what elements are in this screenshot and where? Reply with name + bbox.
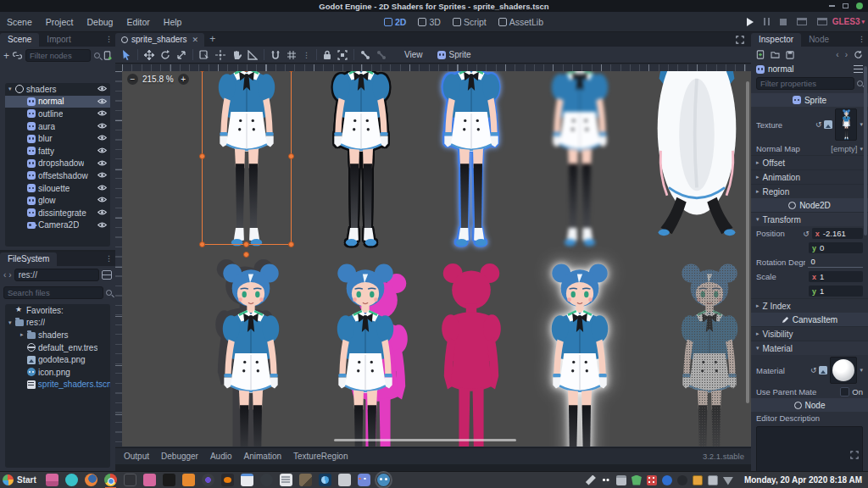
canvas-sprite[interactable] — [321, 262, 409, 446]
scene-tree-node[interactable]: outline — [5, 108, 110, 120]
close-tab-icon[interactable]: ✕ — [192, 36, 199, 44]
menu-editor[interactable]: Editor — [120, 17, 156, 27]
instance-scene-icon[interactable] — [13, 51, 22, 60]
visibility-eye-icon[interactable] — [97, 109, 107, 119]
panel-textureregion[interactable]: TextureRegion — [293, 452, 348, 461]
filter-properties-input[interactable] — [756, 77, 854, 90]
workspace-3d-button[interactable]: 3D — [414, 15, 444, 29]
group-object-icon[interactable] — [337, 50, 348, 60]
texture-type-icon[interactable] — [824, 120, 832, 129]
chevron-down-icon[interactable]: ▾ — [860, 146, 863, 152]
scene-tree-node[interactable]: offsetshadow — [5, 169, 110, 182]
taskbar-app-icon[interactable] — [241, 474, 253, 486]
taskbar-app-icon[interactable] — [202, 474, 214, 486]
taskbar-app-icon[interactable] — [319, 474, 331, 486]
sprite-node-menu-button[interactable]: Sprite — [437, 50, 471, 59]
dock-menu-icon[interactable]: ⋮ — [105, 35, 113, 43]
menu-help[interactable]: Help — [157, 17, 189, 27]
chevron-down-icon[interactable]: ▾ — [860, 367, 863, 374]
selection-handle[interactable] — [199, 71, 205, 72]
group-z-index[interactable]: ▸Z Index — [751, 298, 868, 313]
canvas-sprite[interactable] — [317, 71, 405, 249]
selection-handle[interactable] — [199, 241, 205, 247]
dock-tab[interactable]: Inspector — [751, 33, 801, 47]
position-y-field[interactable]: y0 — [809, 242, 863, 253]
tray-icon[interactable] — [586, 475, 596, 485]
group-animation[interactable]: ▸Animation — [751, 169, 868, 184]
use-parent-material-checkbox[interactable] — [840, 387, 849, 396]
pause-button[interactable] — [764, 18, 770, 25]
zoom-in-button[interactable]: + — [178, 74, 189, 85]
group-offset[interactable]: ▸Offset — [751, 155, 868, 169]
split-mode-icon[interactable] — [102, 270, 112, 280]
visibility-eye-icon[interactable] — [97, 85, 107, 94]
pan-tool-icon[interactable] — [231, 50, 242, 60]
filter-nodes-input[interactable] — [25, 49, 91, 62]
restore-button[interactable] — [843, 3, 849, 8]
tray-icon[interactable] — [723, 475, 733, 485]
canvas-sprite[interactable] — [665, 262, 751, 446]
filesystem-item[interactable]: default_env.tres — [5, 341, 110, 354]
scene-tree-node[interactable]: dropshadow — [5, 158, 110, 170]
play-custom-scene-button[interactable] — [817, 18, 827, 25]
selection-handle[interactable] — [288, 241, 294, 247]
group-transform[interactable]: ▾Transform — [751, 212, 868, 226]
dock-menu-icon[interactable]: ⋮ — [858, 35, 865, 43]
horizontal-ruler[interactable] — [122, 64, 751, 71]
group-visibility[interactable]: ▸Visibility — [751, 326, 868, 341]
scale-x-field[interactable]: x1 — [809, 271, 863, 282]
history-back-icon[interactable]: ‹ — [836, 50, 838, 59]
group-region[interactable]: ▸Region — [751, 184, 868, 198]
close-button[interactable] — [856, 3, 863, 9]
tray-icon[interactable] — [677, 475, 687, 485]
smart-snap-icon[interactable] — [270, 50, 281, 60]
visibility-eye-icon[interactable] — [97, 134, 107, 143]
view-menu-button[interactable]: View — [404, 50, 423, 59]
taskbar-app-icon[interactable] — [65, 474, 78, 486]
tray-icon[interactable] — [662, 475, 672, 485]
material-thumbnail[interactable] — [830, 357, 857, 384]
list-select-tool-icon[interactable] — [199, 50, 209, 60]
canvas-sprite[interactable] — [653, 71, 748, 249]
tray-icon[interactable] — [693, 475, 703, 485]
revert-icon[interactable]: ↺ — [810, 366, 817, 374]
panel-output[interactable]: Output — [124, 452, 149, 461]
visibility-eye-icon[interactable] — [97, 221, 107, 230]
add-node-button[interactable]: + — [3, 52, 9, 60]
visibility-eye-icon[interactable] — [97, 196, 107, 205]
history-icon[interactable] — [854, 50, 863, 59]
normal-map-value[interactable]: [empty] — [831, 144, 857, 153]
history-forward-icon[interactable]: › — [845, 50, 848, 59]
workspace-assetlib-button[interactable]: AssetLib — [494, 15, 548, 29]
taskbar-app-icon[interactable] — [163, 474, 175, 486]
filesystem-item[interactable]: Favorites: — [5, 304, 110, 317]
scene-tab-sprite-shaders[interactable]: sprite_shaders ✕ — [115, 33, 204, 47]
2d-viewport[interactable]: − 215.8 % + — [115, 64, 751, 446]
save-resource-icon[interactable] — [786, 51, 794, 59]
visibility-eye-icon[interactable] — [97, 171, 107, 180]
forward-icon[interactable]: › — [8, 270, 11, 280]
search-files-input[interactable] — [3, 286, 103, 299]
revert-icon[interactable]: ↺ — [803, 230, 810, 238]
scene-tree-node[interactable]: normal — [5, 96, 110, 108]
visibility-eye-icon[interactable] — [97, 97, 107, 107]
taskbar-app-icon[interactable] — [143, 474, 156, 486]
scale-tool-icon[interactable] — [176, 50, 186, 60]
dock-tab[interactable]: Scene — [0, 33, 39, 47]
pivot-tool-icon[interactable] — [215, 50, 225, 60]
expand-caret[interactable]: ▸ — [20, 331, 27, 338]
visibility-eye-icon[interactable] — [97, 147, 107, 156]
resource-path[interactable]: res:// — [14, 269, 99, 281]
taskbar-app-icon[interactable] — [377, 474, 390, 486]
selection-handle[interactable] — [199, 153, 205, 159]
taskbar-clock[interactable]: Monday, 20 Apr 2020 8:18 AM — [744, 475, 862, 485]
distraction-free-icon[interactable] — [736, 36, 744, 44]
canvas-sprite[interactable] — [536, 262, 624, 446]
position-x-field[interactable]: x-2.161 — [812, 228, 863, 239]
select-tool-icon[interactable] — [122, 50, 131, 60]
selection-handle[interactable] — [288, 71, 294, 72]
filesystem-item[interactable]: ▾ res:// — [5, 317, 110, 330]
menu-debug[interactable]: Debug — [80, 17, 120, 27]
scene-tree-node[interactable]: blur — [5, 132, 110, 145]
skeleton-options-icon[interactable] — [376, 50, 387, 60]
